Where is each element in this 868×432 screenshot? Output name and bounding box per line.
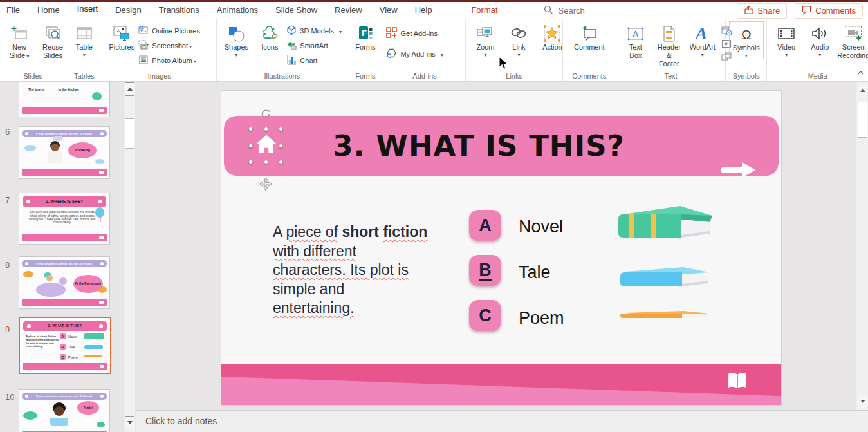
menu-transitions[interactable]: Transitions: [159, 2, 199, 19]
orange-book-illustration[interactable]: [619, 310, 710, 324]
thumb9-orange-book: [84, 355, 102, 357]
comments-button[interactable]: Comments: [795, 3, 863, 19]
menu-home[interactable]: Home: [37, 2, 60, 19]
video-button[interactable]: Video ▾: [770, 21, 803, 58]
chart-button[interactable]: Chart: [286, 54, 342, 66]
share-button[interactable]: Share: [737, 3, 787, 19]
menu-slide-show[interactable]: Slide Show: [275, 2, 317, 19]
option-a-label[interactable]: Novel: [519, 217, 563, 237]
search-box[interactable]: Search: [544, 5, 585, 17]
get-addins-button[interactable]: Get Add-ins: [386, 27, 443, 39]
thumbnail-scroll-down-button[interactable]: [125, 416, 134, 429]
footer-wedge: [221, 364, 781, 405]
slide-area-scrollbar[interactable]: [856, 82, 868, 411]
menu-design[interactable]: Design: [115, 2, 141, 19]
menu-format[interactable]: Format: [471, 2, 497, 19]
menu-file[interactable]: File: [6, 2, 20, 19]
thumb6-cloud2: [53, 136, 63, 141]
forms-button[interactable]: F Forms: [349, 21, 382, 52]
photo-album-button[interactable]: Photo Album▾: [138, 54, 200, 66]
next-arrow-icon[interactable]: [721, 160, 758, 183]
link-label: Link: [512, 43, 525, 52]
slide-canvas[interactable]: 3. WHAT IS THIS?: [221, 90, 782, 406]
online-pictures-button[interactable]: Online Pictures: [138, 24, 200, 37]
3d-models-button[interactable]: 3D Models▾: [286, 24, 342, 37]
selection-handle-ne[interactable]: [279, 127, 283, 131]
thumb10-banner-text: If your answer is correct, you win 30 Po…: [37, 395, 93, 398]
slide-thumbnail-6[interactable]: If your answer is correct, you win 10 Po…: [19, 126, 110, 179]
slide-thumbnail-5[interactable]: The boy is________in the kitchen: [19, 82, 110, 117]
option-b-button[interactable]: B: [469, 255, 501, 286]
slide-title[interactable]: 3. WHAT IS THIS?: [224, 116, 779, 176]
zoom-button[interactable]: Zoom ▾: [468, 21, 502, 58]
slide-thumbnail-8[interactable]: If your answer is correct, you win 20 Po…: [19, 256, 110, 309]
option-c-button[interactable]: C: [469, 300, 501, 331]
table-button[interactable]: Table ▾: [68, 21, 101, 58]
thumb8-unicorn-head: [59, 277, 67, 285]
option-b-label[interactable]: Tale: [519, 263, 551, 283]
table-label: Table: [76, 43, 93, 52]
blue-book-illustration[interactable]: [619, 266, 710, 293]
selection-handle-nw[interactable]: [248, 127, 253, 131]
icons-duck-icon: [261, 24, 279, 43]
thumbnail-scrollbar[interactable]: [123, 82, 135, 432]
screenshot-label: Screenshot▾: [152, 42, 192, 50]
header-footer-button[interactable]: Header & Footer: [652, 21, 686, 68]
selection-handle-sw[interactable]: [248, 160, 253, 164]
option-c-label[interactable]: Poem: [519, 308, 564, 328]
notes-pane[interactable]: Click to add notes: [136, 410, 868, 432]
slide-footer-shape[interactable]: [221, 364, 781, 405]
collapse-ribbon-button[interactable]: [856, 67, 865, 79]
ribbon-group-tables: Table ▾ Tables: [66, 19, 102, 81]
selection-handle-n[interactable]: [264, 127, 268, 131]
symbols-label: Symbols: [733, 44, 760, 52]
comment-label: Comment: [574, 43, 605, 52]
pictures-button[interactable]: Pictures: [105, 21, 138, 52]
ribbon-group-forms: F Forms Forms: [347, 19, 383, 81]
slide-number-6: 6: [5, 127, 10, 136]
menu-view[interactable]: View: [380, 2, 398, 19]
new-slide-button[interactable]: New Slide▾: [3, 21, 36, 61]
slide-scroll-down-button[interactable]: [858, 395, 867, 408]
thumb8-banner-text: If your answer is correct, you win 20 Po…: [37, 262, 93, 265]
symbols-button[interactable]: Ω Symbols ▾: [729, 21, 764, 59]
comment-button[interactable]: Comment: [571, 21, 608, 52]
slide-body-textbox[interactable]: A piece of short fiction with different …: [273, 223, 429, 318]
reuse-slides-button[interactable]: Reuse Slides: [36, 21, 69, 60]
slide-thumbnail-10[interactable]: If your answer is correct, you win 30 Po…: [19, 389, 110, 432]
selection-handle-w[interactable]: [248, 144, 253, 148]
screen-recording-button[interactable]: Screen Recording: [836, 21, 868, 60]
slide-thumbnail-9-selected[interactable]: 3. WHAT IS THIS? A piece of short fictio…: [19, 317, 111, 374]
link-button[interactable]: Link ▾: [502, 21, 535, 58]
slide-editing-area: 3. WHAT IS THIS?: [136, 82, 868, 432]
audio-button[interactable]: Audio ▾: [803, 21, 836, 58]
smartart-label: SmartArt: [300, 42, 328, 50]
menu-review[interactable]: Review: [335, 2, 362, 19]
thumb6-banner-text: If your answer is correct, you win 10 Po…: [37, 132, 93, 135]
audio-label: Audio: [811, 43, 829, 52]
menu-insert[interactable]: Insert: [77, 1, 98, 21]
thumbnail-scrollbar-thumb[interactable]: [125, 118, 134, 149]
option-a-button[interactable]: A: [469, 210, 501, 241]
slide-scrollbar-thumb[interactable]: [858, 102, 867, 138]
selection-handle-s[interactable]: [264, 160, 268, 164]
my-addins-button[interactable]: My Add-ins▾: [386, 48, 443, 60]
screenshot-button[interactable]: Screenshot▾: [138, 39, 200, 52]
green-book-illustration[interactable]: [617, 204, 714, 244]
thumbnail-scroll-up-button[interactable]: [125, 82, 134, 96]
slide-scroll-up-button[interactable]: [858, 84, 867, 97]
selection-handle-e[interactable]: [279, 144, 283, 148]
slide-thumbnail-7[interactable]: 2. WHERE IS SHE? She went to a place to …: [19, 193, 110, 245]
menu-animations[interactable]: Animations: [217, 2, 258, 19]
selection-handle-se[interactable]: [279, 160, 283, 164]
thumb9-letter-b: B: [60, 344, 66, 350]
title-banner-shape[interactable]: 3. WHAT IS THIS?: [224, 116, 779, 176]
icons-button[interactable]: Icons: [253, 21, 286, 52]
menu-help[interactable]: Help: [415, 2, 432, 19]
smartart-button[interactable]: SmartArt: [286, 39, 342, 52]
text-box-button[interactable]: A Text Box: [619, 21, 652, 60]
rotate-handle-icon[interactable]: [260, 108, 272, 122]
wordart-button[interactable]: A WordArt ▾: [686, 21, 719, 58]
shapes-button[interactable]: Shapes ▾: [219, 21, 253, 58]
get-addins-icon: [386, 27, 397, 39]
